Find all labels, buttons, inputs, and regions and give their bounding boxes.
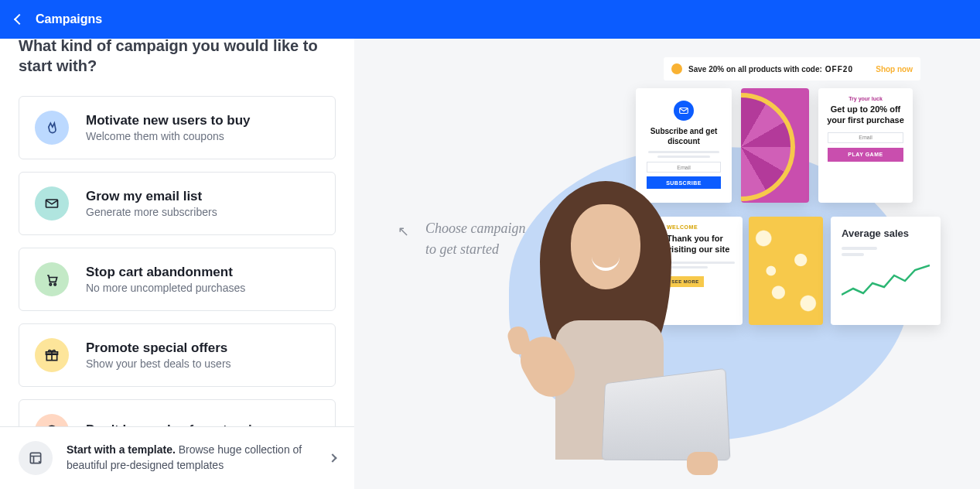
campaign-option-returning-users[interactable]: Don't lose sales for returning users [19, 399, 336, 426]
line-chart-icon [842, 264, 930, 303]
card-subtitle: No more uncompleted purchases [86, 282, 245, 294]
promo-code: OFF20 [825, 65, 853, 74]
luck-card-preview: Try your luck Get up to 20% off your fir… [818, 88, 913, 203]
promo-bar-preview: Save 20% on all products with code: OFF2… [664, 57, 920, 80]
back-icon[interactable] [14, 14, 25, 25]
campaign-option-email-list[interactable]: Grow my email list Generate more subscri… [19, 172, 336, 235]
left-panel: What kind of campaign you would like to … [0, 39, 354, 489]
campaign-option-motivate[interactable]: Motivate new users to buy Welcome them w… [19, 96, 336, 159]
app-header: Campaigns [0, 0, 980, 39]
wave-icon [35, 111, 69, 145]
cart-icon [35, 262, 69, 296]
hint-arrow-icon: ↖ [398, 223, 409, 240]
card-title: Motivate new users to buy [86, 113, 251, 128]
template-footer[interactable]: Start with a template. Browse huge colle… [0, 426, 354, 489]
card-title: Grow my email list [86, 189, 217, 204]
campaign-option-cart-abandonment[interactable]: Stop cart abandonment No more uncomplete… [19, 248, 336, 311]
promo-cta: Shop now [876, 65, 913, 74]
card-subtitle: Generate more subscribers [86, 206, 217, 218]
star-icon [671, 63, 682, 74]
wheel-icon [741, 93, 795, 201]
card-subtitle: Welcome them with coupons [86, 130, 251, 142]
envelope-icon [35, 186, 69, 221]
campaign-option-special-offers[interactable]: Promote special offers Show your best de… [19, 323, 336, 387]
card-title: Stop cart abandonment [86, 265, 245, 280]
gift-icon [35, 338, 69, 372]
wheel-card-preview [741, 88, 809, 203]
card-subtitle: Show your best deals to users [86, 357, 231, 370]
person-illustration [486, 150, 726, 452]
page-title: Campaigns [36, 12, 102, 26]
question-heading: What kind of campaign you would like to … [19, 39, 336, 76]
footer-text: Start with a template. Browse huge colle… [67, 443, 330, 473]
card-title: Promote special offers [86, 340, 231, 356]
promo-text: Save 20% on all products with code: [688, 65, 822, 74]
svg-point-2 [54, 283, 56, 286]
preview-panel: ↖ Choose campaignto get started Save 20%… [354, 39, 980, 489]
return-icon [35, 414, 69, 426]
chevron-right-icon[interactable] [328, 453, 336, 462]
template-icon [19, 441, 53, 475]
pattern-card-preview [749, 217, 823, 325]
chart-card-preview: Average sales [831, 217, 941, 325]
mail-circle-icon [674, 101, 694, 121]
svg-point-1 [50, 283, 52, 286]
